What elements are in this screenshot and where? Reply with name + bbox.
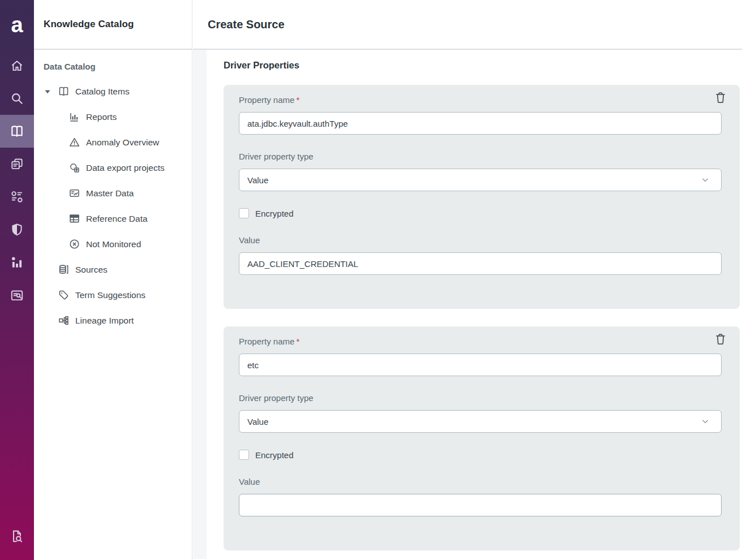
rail-item-governance[interactable] bbox=[0, 213, 34, 246]
rail-item-analytics[interactable] bbox=[0, 246, 34, 279]
value-label: Value bbox=[239, 236, 722, 245]
tree-item-sources[interactable]: Sources bbox=[34, 257, 192, 282]
caret-down-icon[interactable] bbox=[44, 88, 52, 95]
encrypted-row: Encrypted bbox=[239, 450, 722, 460]
property-name-input[interactable] bbox=[239, 112, 722, 135]
value-input[interactable] bbox=[239, 252, 722, 275]
required-marker: * bbox=[296, 95, 299, 105]
open-book-icon bbox=[10, 124, 24, 139]
encrypted-checkbox[interactable] bbox=[239, 450, 249, 460]
rail-item-search[interactable] bbox=[0, 82, 34, 115]
catalog-tree: Catalog Items Reports bbox=[34, 79, 192, 333]
table-icon bbox=[68, 213, 80, 225]
rail-item-data-products[interactable] bbox=[0, 180, 34, 213]
export-gear-icon bbox=[68, 162, 80, 174]
delete-property-button[interactable] bbox=[713, 91, 728, 105]
sidebar-title: Knowledge Catalog bbox=[44, 19, 134, 30]
master-data-icon bbox=[68, 187, 80, 199]
value-input[interactable] bbox=[239, 494, 722, 516]
warning-triangle-icon bbox=[68, 136, 80, 148]
chevron-down-icon bbox=[700, 416, 711, 427]
tree-item-master-data[interactable]: Master Data bbox=[34, 180, 192, 206]
bar-chart-icon bbox=[68, 111, 80, 123]
tree-item-term-suggestions[interactable]: Term Suggestions bbox=[34, 282, 192, 308]
home-icon bbox=[10, 58, 24, 73]
tree-item-not-monitored[interactable]: Not Monitored bbox=[34, 231, 192, 257]
chevron-down-icon bbox=[700, 174, 711, 186]
circle-x-icon bbox=[68, 238, 80, 250]
app-window: a bbox=[0, 0, 742, 560]
tree-item-reports[interactable]: Reports bbox=[34, 104, 192, 130]
rail-item-catalog[interactable] bbox=[0, 115, 34, 148]
page-title: Create Source bbox=[208, 18, 285, 31]
page-header: Create Source bbox=[193, 0, 742, 50]
driver-property-card: Property name* Driver property type Valu… bbox=[224, 85, 740, 309]
tree-item-reference-data[interactable]: Reference Data bbox=[34, 206, 192, 231]
tree-item-anomaly-overview[interactable]: Anomaly Overview bbox=[34, 130, 192, 155]
trash-icon bbox=[714, 97, 727, 106]
driver-property-type-label: Driver property type bbox=[239, 152, 722, 161]
encrypted-label: Encrypted bbox=[255, 209, 294, 218]
sidebar-header: Knowledge Catalog bbox=[34, 0, 192, 50]
encrypted-checkbox[interactable] bbox=[239, 208, 249, 218]
required-marker: * bbox=[296, 337, 299, 346]
open-book-icon bbox=[57, 85, 70, 97]
tree-item-lineage-import[interactable]: Lineage Import bbox=[34, 308, 192, 333]
section-title: Driver Properties bbox=[224, 59, 740, 71]
icon-rail: a bbox=[0, 0, 34, 560]
driver-property-type-label: Driver property type bbox=[239, 394, 722, 403]
knowledge-catalog-sidebar: Knowledge Catalog Data Catalog Catalog I… bbox=[34, 0, 192, 560]
rail-item-home[interactable] bbox=[0, 49, 34, 82]
value-label: Value bbox=[239, 477, 722, 486]
folders-icon bbox=[10, 157, 24, 171]
shield-icon bbox=[10, 222, 24, 237]
rail-item-audit[interactable] bbox=[0, 520, 34, 553]
data-products-icon bbox=[10, 189, 24, 204]
scroll-gutter bbox=[193, 50, 207, 559]
search-icon bbox=[10, 91, 24, 106]
tag-icon bbox=[57, 289, 70, 301]
database-icon bbox=[57, 264, 70, 275]
delete-property-button[interactable] bbox=[713, 332, 728, 347]
alation-logo[interactable]: a bbox=[0, 0, 34, 49]
file-search-icon bbox=[10, 529, 24, 544]
encrypted-label: Encrypted bbox=[255, 450, 294, 460]
driver-property-type-select[interactable]: Value bbox=[239, 410, 722, 433]
tree-item-data-export-projects[interactable]: Data export projects bbox=[34, 155, 192, 180]
rail-item-query-search[interactable] bbox=[0, 279, 34, 312]
tree-item-catalog-items[interactable]: Catalog Items bbox=[34, 79, 192, 104]
encrypted-row: Encrypted bbox=[239, 208, 722, 218]
analytics-icon bbox=[10, 255, 24, 270]
trash-icon bbox=[714, 339, 727, 347]
property-name-label: Property name* bbox=[239, 337, 722, 346]
main-area: Create Source Driver Properties bbox=[193, 0, 742, 560]
property-name-label: Property name* bbox=[239, 96, 722, 105]
lineage-icon bbox=[57, 315, 70, 326]
driver-property-type-select[interactable]: Value bbox=[239, 169, 722, 191]
rail-item-collections[interactable] bbox=[0, 148, 34, 180]
section-label-data-catalog: Data Catalog bbox=[34, 62, 192, 71]
property-name-input[interactable] bbox=[239, 354, 722, 376]
document-search-icon bbox=[10, 288, 24, 303]
driver-property-card: Property name* Driver property type Valu… bbox=[224, 326, 740, 550]
